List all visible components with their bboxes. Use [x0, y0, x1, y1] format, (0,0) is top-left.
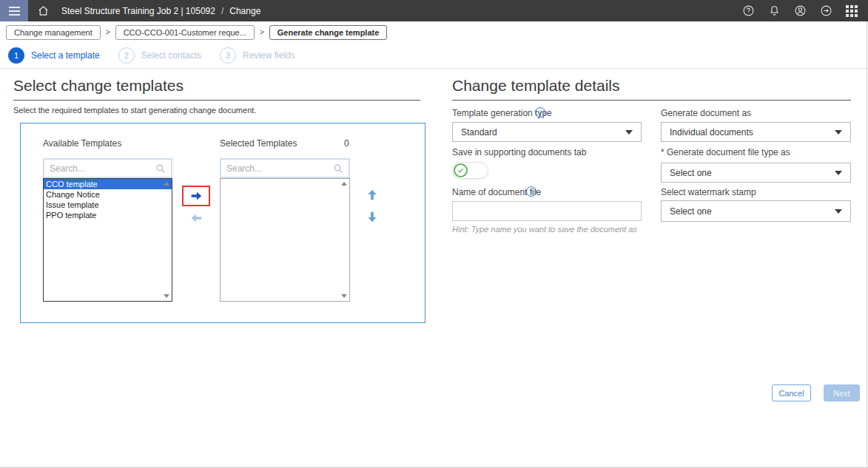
select-value: Select one	[670, 206, 712, 217]
scrollbar-down-icon[interactable]	[341, 294, 347, 298]
generate-document-as-label: Generate document as	[661, 108, 751, 118]
home-icon[interactable]	[36, 4, 50, 18]
arrow-up-icon	[366, 189, 379, 202]
scrollbar-down-icon[interactable]	[164, 294, 169, 298]
list-item-change-notice[interactable]: Change Notice	[44, 189, 172, 200]
step-review-fields[interactable]: 3 Review fields	[220, 47, 295, 64]
search-icon	[155, 163, 166, 174]
select-watermark-stamp-label: Select watermark stamp	[661, 187, 756, 197]
cancel-button[interactable]: Cancel	[772, 384, 811, 401]
list-item-ppo-template[interactable]: PPO template	[44, 210, 172, 220]
save-in-supporting-tab-toggle[interactable]	[452, 162, 488, 179]
select-value: Individual documents	[670, 127, 753, 138]
step-number: 1	[8, 47, 24, 64]
list-item-cco-template[interactable]: CCO template	[44, 179, 172, 189]
template-transfer-box: Available Templates Selected Templates 0…	[20, 123, 425, 323]
available-templates-label: Available Templates	[43, 138, 121, 149]
page-title: Change	[229, 6, 260, 16]
breadcrumb: Change management > CCO-CCO-001-Customer…	[0, 21, 868, 43]
chevron-down-icon	[835, 209, 842, 214]
step-label: Select a template	[31, 50, 100, 61]
breadcrumb-cco-record[interactable]: CCO-CCO-001-Customer reque...	[115, 25, 255, 40]
move-left-button[interactable]	[189, 210, 205, 226]
chevron-down-icon	[625, 130, 633, 135]
arrow-down-icon	[366, 210, 379, 223]
notifications-bell-icon[interactable]	[767, 4, 781, 18]
available-search-field	[43, 158, 172, 178]
next-button[interactable]: Next	[824, 384, 860, 401]
step-label: Review fields	[243, 50, 295, 61]
step-number: 3	[220, 47, 236, 64]
generate-change-template-page: Steel Structure Training Job 2 | 105092 …	[0, 0, 868, 468]
list-item-issue-template[interactable]: Issue template	[44, 200, 172, 210]
search-icon	[333, 163, 343, 174]
available-templates-list[interactable]: CCO template Change Notice Issue templat…	[43, 178, 172, 302]
topbar-title: Steel Structure Training Job 2 | 105092 …	[61, 6, 260, 16]
chevron-down-icon	[835, 130, 842, 135]
save-in-supporting-tab-label: Save in supporting documents tab	[452, 147, 586, 157]
step-select-contacts[interactable]: 2 Select contacts	[118, 47, 201, 64]
info-icon[interactable]	[526, 186, 536, 197]
account-icon[interactable]	[793, 4, 807, 18]
selected-templates-list[interactable]	[220, 178, 350, 302]
move-up-button[interactable]	[364, 187, 380, 203]
selected-templates-count: 0	[344, 138, 349, 149]
generate-document-as-select[interactable]: Individual documents	[661, 122, 851, 142]
move-down-button[interactable]	[364, 208, 380, 225]
breadcrumb-separator: >	[106, 28, 110, 36]
select-change-templates-title: Select change templates	[13, 77, 420, 101]
selected-search-input[interactable]	[221, 163, 333, 174]
breadcrumb-separator: >	[260, 28, 264, 36]
arrow-right-icon	[189, 189, 203, 203]
generate-file-type-label: * Generate document file type as	[661, 147, 790, 157]
arrow-left-icon	[190, 211, 203, 225]
select-templates-description: Select the required templates to start g…	[13, 106, 256, 115]
wizard-stepper: 1 Select a template 2 Select contacts 3 …	[0, 43, 868, 69]
chevron-down-icon	[835, 171, 842, 175]
document-name-input[interactable]	[452, 201, 642, 221]
step-number: 2	[118, 47, 135, 64]
selected-search-field	[220, 158, 350, 178]
toggle-check-icon	[454, 163, 468, 177]
info-icon[interactable]	[535, 107, 545, 118]
project-title: Steel Structure Training Job 2 | 105092	[61, 6, 215, 16]
select-value: Standard	[461, 127, 497, 138]
available-search-input[interactable]	[44, 163, 155, 174]
change-template-details-title: Change template details	[452, 77, 851, 101]
page-right-edge	[867, 21, 867, 468]
apps-grid-icon[interactable]	[844, 4, 859, 18]
move-right-button[interactable]	[182, 186, 210, 206]
template-generation-type-select[interactable]: Standard	[452, 122, 642, 142]
scrollbar-up-icon[interactable]	[164, 182, 169, 186]
step-select-template[interactable]: 1 Select a template	[8, 47, 100, 64]
topbar-actions	[741, 4, 868, 18]
watermark-stamp-select[interactable]: Select one	[661, 200, 851, 222]
top-app-bar: Steel Structure Training Job 2 | 105092 …	[0, 0, 868, 21]
selected-templates-label: Selected Templates	[220, 138, 297, 149]
help-icon[interactable]	[741, 4, 756, 18]
title-separator: /	[221, 6, 223, 16]
scrollbar-up-icon[interactable]	[341, 182, 347, 186]
step-label: Select contacts	[141, 50, 201, 61]
generate-file-type-select[interactable]: Select one	[661, 163, 851, 183]
document-name-hint: Hint: Type name you want to save the doc…	[452, 225, 637, 234]
hamburger-menu-icon[interactable]	[0, 0, 28, 21]
breadcrumb-generate-change-template[interactable]: Generate change template	[269, 25, 388, 40]
select-value: Select one	[670, 168, 712, 178]
sign-out-icon[interactable]	[818, 4, 833, 18]
breadcrumb-change-management[interactable]: Change management	[6, 25, 101, 40]
